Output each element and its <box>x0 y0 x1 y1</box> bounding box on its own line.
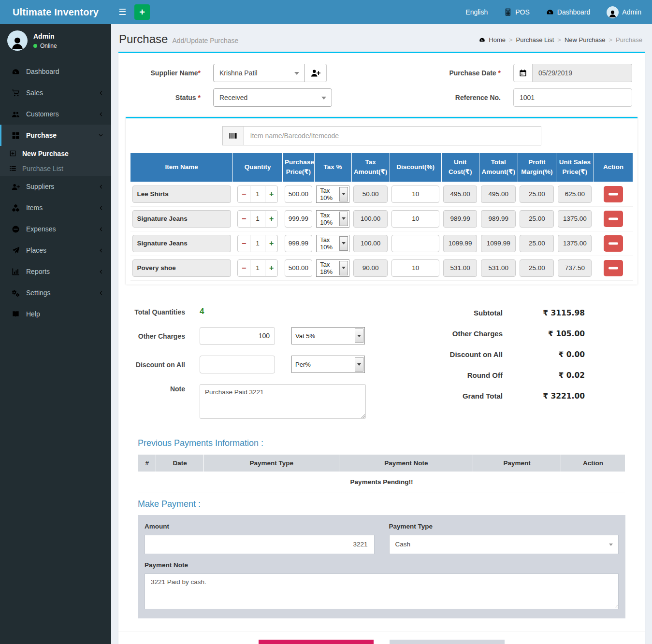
quantity-increase-button[interactable]: + <box>265 210 278 228</box>
save-button[interactable]: Save <box>259 640 374 644</box>
tax-select[interactable]: Tax 10% <box>316 235 349 252</box>
minus-icon <box>609 267 618 269</box>
quantity-increase-button[interactable]: + <box>265 186 278 203</box>
pos-link[interactable]: POS <box>504 8 530 16</box>
profit-margin-field: 25.00 <box>520 186 554 203</box>
person-icon <box>608 9 617 18</box>
user-menu[interactable]: Admin <box>607 6 641 18</box>
table-row: Signature Jeans − + Tax 10% 100.00 1099.… <box>130 231 633 256</box>
tax-amount-field: 50.00 <box>353 186 388 203</box>
quantity-increase-button[interactable]: + <box>265 259 278 277</box>
payment-note-textarea[interactable]: 3221 Paid by cash. <box>145 573 619 609</box>
quantity-decrease-button[interactable]: − <box>237 186 250 203</box>
payment-type-select[interactable]: Cash <box>389 535 619 554</box>
purchase-price-input[interactable] <box>285 235 313 252</box>
select-arrow-icon <box>339 261 348 275</box>
quantity-decrease-button[interactable]: − <box>237 210 250 228</box>
discount-on-all-input[interactable] <box>200 356 275 373</box>
cubes-icon <box>12 204 20 212</box>
sidebar-item-settings[interactable]: Settings <box>0 282 111 303</box>
other-charges-tax-select[interactable]: Vat 5% <box>291 327 365 344</box>
quantity-input[interactable] <box>250 259 265 277</box>
quantity-input[interactable] <box>250 235 265 252</box>
app-logo[interactable]: Ultimate Inventory <box>0 0 111 24</box>
remove-item-button[interactable] <box>604 235 623 252</box>
total-amount-field: 531.00 <box>481 259 516 277</box>
remove-item-button[interactable] <box>604 260 623 276</box>
discount-input[interactable] <box>391 210 439 228</box>
language-menu[interactable]: English <box>465 8 488 16</box>
item-search-input[interactable] <box>244 126 541 145</box>
other-charges-input[interactable] <box>200 327 275 345</box>
add-supplier-button[interactable] <box>305 64 327 82</box>
top-navbar: ☰ + English POS Dashboard Admin <box>111 0 652 24</box>
discount-type-select[interactable]: Per% <box>291 356 365 373</box>
discount-total-value: ₹ 0.00 <box>503 350 585 359</box>
payment-amount-input[interactable] <box>145 535 375 554</box>
unit-sales-price-field: 1375.00 <box>558 210 592 228</box>
sidebar-item-suppliers[interactable]: Suppliers <box>0 176 111 197</box>
items-box: Item Name Quantity Purchase Price(₹) Tax… <box>126 117 638 285</box>
tax-select[interactable]: Tax 10% <box>316 186 349 203</box>
note-textarea[interactable]: Purchase Paid 3221 <box>200 384 366 419</box>
purchase-date-input[interactable] <box>533 64 632 82</box>
calendar-icon <box>519 69 527 77</box>
sidebar-item-reports[interactable]: Reports <box>0 261 111 282</box>
breadcrumb-home[interactable]: Home <box>489 36 506 43</box>
purchase-price-input[interactable] <box>285 186 313 203</box>
remove-item-button[interactable] <box>604 186 623 202</box>
remove-item-button[interactable] <box>604 211 623 227</box>
sidebar-item-customers[interactable]: Customers <box>0 103 111 125</box>
user-plus-icon <box>12 183 20 191</box>
discount-on-all-label: Discount on All <box>128 360 185 369</box>
round-off-value: ₹ 0.02 <box>503 371 585 380</box>
close-button[interactable]: Close <box>390 640 505 644</box>
discount-input[interactable] <box>391 259 439 277</box>
breadcrumb-purchase-list[interactable]: Purchase List <box>516 36 554 43</box>
supplier-select[interactable]: Krishna Patil <box>213 64 305 82</box>
item-name-field: Signature Jeans <box>132 210 231 228</box>
purchase-box: Supplier Name* Krishna Patil Purchase Da… <box>118 52 645 644</box>
sidebar-item-purchase-list[interactable]: Purchase List <box>0 161 111 176</box>
reference-no-input[interactable] <box>513 88 632 107</box>
profit-margin-field: 25.00 <box>520 259 554 277</box>
discount-input[interactable] <box>391 235 439 252</box>
calendar-button[interactable] <box>513 64 533 82</box>
purchase-price-input[interactable] <box>285 259 313 277</box>
online-status-dot <box>33 44 37 48</box>
tax-select[interactable]: Tax 18% <box>316 259 349 277</box>
discount-input[interactable] <box>391 186 439 203</box>
sidebar-item-places[interactable]: Places <box>0 240 111 261</box>
sidebar-item-help[interactable]: Help <box>0 303 111 325</box>
sidebar-item-new-purchase[interactable]: New Purchase <box>0 146 111 161</box>
unit-sales-price-field: 1375.00 <box>558 235 592 252</box>
payment-note-label: Payment Note <box>145 561 619 569</box>
sidebar-item-expenses[interactable]: Expenses <box>0 218 111 240</box>
sidebar-item-items[interactable]: Items <box>0 197 111 218</box>
quantity-increase-button[interactable]: + <box>265 235 278 252</box>
quantity-decrease-button[interactable]: − <box>237 259 250 277</box>
table-row: Lee Shirts − + Tax 10% 50.00 495.00 495.… <box>130 182 633 206</box>
quick-add-button[interactable]: + <box>134 4 150 20</box>
make-payment-title: Make Payment : <box>138 499 625 509</box>
sidebar-item-purchase[interactable]: Purchase <box>0 125 111 146</box>
breadcrumb-new-purchase[interactable]: New Purchase <box>565 36 606 43</box>
quantity-input[interactable] <box>250 186 265 203</box>
sidebar-item-sales[interactable]: Sales <box>0 82 111 103</box>
unit-cost-field: 1099.99 <box>443 235 477 252</box>
chevron-left-icon <box>98 248 103 253</box>
quantity-input[interactable] <box>250 210 265 228</box>
sidebar-item-dashboard[interactable]: Dashboard <box>0 61 111 82</box>
tax-select[interactable]: Tax 10% <box>316 210 349 228</box>
other-charges-label: Other Charges <box>128 331 185 340</box>
quantity-stepper: − + <box>235 259 281 277</box>
user-plus-icon <box>311 68 320 78</box>
sidebar-toggle-button[interactable]: ☰ <box>111 0 133 24</box>
quantity-decrease-button[interactable]: − <box>237 235 250 252</box>
cart-icon <box>12 89 20 97</box>
status-select[interactable]: Received <box>213 88 332 107</box>
table-row: Povery shoe − + Tax 18% 90.00 531.00 531… <box>130 256 633 280</box>
dashboard-link[interactable]: Dashboard <box>546 8 591 16</box>
subtotal-value: ₹ 3115.98 <box>503 309 585 317</box>
purchase-price-input[interactable] <box>285 210 313 228</box>
